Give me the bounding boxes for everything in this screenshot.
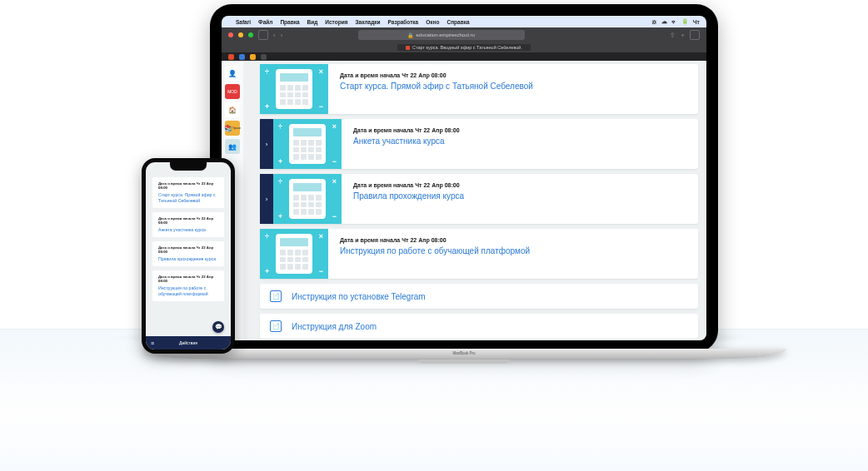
lesson-thumbnail: ÷×+− bbox=[273, 119, 342, 169]
favorites-bar bbox=[222, 52, 706, 61]
lesson-card[interactable]: Дата и время начала Чт 22 Апр 08:00 Стар… bbox=[152, 177, 224, 208]
lesson-title: Инструкция по работе с обучающей платфор… bbox=[340, 246, 686, 255]
phone-notch bbox=[170, 162, 207, 171]
lesson-card[interactable]: ÷×+− Дата и время начала Чт 22 Апр 08:00… bbox=[260, 64, 698, 114]
menu-app[interactable]: Safari bbox=[236, 19, 251, 25]
lesson-title: Старт курса. Прямой эфир с Татьяной Себе… bbox=[340, 82, 686, 91]
phone-content[interactable]: Дата и время начала Чт 22 Апр 08:00 Стар… bbox=[146, 162, 231, 336]
menu-view[interactable]: Вид bbox=[307, 19, 318, 25]
lesson-meta: Дата и время начала Чт 22 Апр 08:00 bbox=[353, 127, 686, 133]
browser-tab[interactable]: Старт курса. Вводный эфир с Татьяной Себ… bbox=[397, 44, 531, 51]
lesson-title: Инструкция по работе с обучающей платфор… bbox=[158, 285, 218, 297]
menu-window[interactable]: Окно bbox=[426, 19, 439, 25]
status-time: Чт bbox=[693, 19, 700, 25]
favicon-icon bbox=[406, 46, 410, 50]
lesson-title: Правила прохождения курса bbox=[158, 256, 218, 262]
laptop-label: MacBook Pro bbox=[452, 351, 475, 355]
address-bar[interactable]: 🔒 education.empireschool.ru bbox=[358, 30, 525, 40]
lesson-title: Старт курса. Прямой эфир с Татьяной Себе… bbox=[158, 192, 218, 204]
menu-help[interactable]: Справка bbox=[446, 19, 469, 25]
new-tab-icon[interactable]: + bbox=[681, 32, 685, 39]
expand-chevron-icon[interactable]: › bbox=[260, 119, 273, 169]
lesson-title: Анкета участника курса bbox=[353, 136, 686, 146]
menu-history[interactable]: История bbox=[325, 19, 347, 25]
lesson-card[interactable]: Дата и время начала Чт 22 Апр 08:00 Прав… bbox=[152, 241, 224, 266]
laptop-mockup: Safari Файл Правка Вид История Закладки … bbox=[210, 4, 718, 352]
resource-link[interactable]: 📄 Инструкция для Zoom bbox=[260, 314, 698, 339]
lesson-meta: Дата и время начала Чт 22 Апр 08:00 bbox=[158, 245, 218, 254]
macos-menubar: Safari Файл Правка Вид История Закладки … bbox=[222, 16, 706, 27]
window-close-icon[interactable] bbox=[228, 32, 233, 37]
menu-edit[interactable]: Правка bbox=[280, 19, 299, 25]
back-icon[interactable]: ‹ bbox=[273, 32, 276, 39]
lesson-meta: Дата и время начала Чт 22 Апр 08:00 bbox=[353, 182, 686, 188]
bottom-bar-label[interactable]: Действия bbox=[179, 340, 197, 345]
sidebar-toggle-icon[interactable] bbox=[258, 30, 268, 40]
resource-title: Инструкция по установке Telegram bbox=[292, 292, 426, 301]
chat-fab-icon[interactable]: 💬 bbox=[212, 321, 224, 333]
status-icon: 🔋 bbox=[681, 18, 689, 25]
menu-file[interactable]: Файл bbox=[258, 19, 272, 25]
tabs-overview-icon[interactable] bbox=[690, 30, 700, 40]
phone-mockup: Дата и время начала Чт 22 Апр 08:00 Стар… bbox=[142, 158, 235, 354]
forward-icon[interactable]: › bbox=[281, 32, 283, 39]
resource-link[interactable]: 📄 Инструкция по установке Telegram bbox=[260, 284, 698, 309]
sidebar-home[interactable]: 🏠 bbox=[225, 102, 240, 117]
tab-title: Старт курса. Вводный эфир с Татьяной Себ… bbox=[412, 45, 522, 50]
window-minimize-icon[interactable] bbox=[238, 32, 243, 37]
expand-chevron-icon[interactable]: › bbox=[260, 174, 273, 224]
resource-title: Инструкция для Zoom bbox=[292, 322, 377, 331]
lesson-thumbnail: ÷×+− bbox=[260, 64, 328, 114]
lesson-meta: Дата и время начала Чт 22 Апр 08:00 bbox=[158, 216, 218, 225]
document-icon: 📄 bbox=[270, 290, 282, 302]
lesson-card[interactable]: › ÷×+− Дата и время начала Чт 22 Апр 08:… bbox=[260, 119, 698, 169]
status-icon: ☁ bbox=[661, 18, 667, 25]
lesson-card[interactable]: › ÷×+− Дата и время начала Чт 22 Апр 08:… bbox=[260, 174, 698, 224]
lesson-card[interactable]: ÷×+− Дата и время начала Чт 22 Апр 08:00… bbox=[260, 229, 698, 279]
lesson-meta: Дата и время начала Чт 22 Апр 08:00 bbox=[340, 72, 686, 78]
lesson-card[interactable]: Дата и время начала Чт 22 Апр 08:00 Анке… bbox=[152, 212, 224, 237]
share-icon[interactable]: ⇪ bbox=[670, 32, 676, 39]
lesson-title: Правила прохождения курса bbox=[353, 191, 686, 201]
lesson-meta: Дата и время начала Чт 22 Апр 08:00 bbox=[158, 275, 218, 283]
lesson-thumbnail: ÷×+− bbox=[273, 174, 342, 224]
status-icon: ᯤ bbox=[671, 19, 677, 25]
phone-bottom-bar: ≡ Действия bbox=[146, 336, 231, 350]
sidebar-avatar[interactable]: 👤 bbox=[225, 66, 240, 81]
sidebar-students[interactable]: 👥 bbox=[225, 139, 240, 154]
favorite-icon[interactable] bbox=[228, 54, 234, 60]
lesson-title: Анкета участника курса bbox=[158, 227, 218, 233]
lesson-meta: Дата и время начала Чт 22 Апр 08:00 bbox=[158, 181, 218, 190]
lesson-thumbnail: ÷×+− bbox=[260, 229, 328, 279]
url-text: education.empireschool.ru bbox=[416, 32, 474, 37]
safari-toolbar: ‹ › 🔒 education.empireschool.ru ⇪ + Стар… bbox=[222, 27, 706, 52]
favorite-icon[interactable] bbox=[250, 54, 256, 60]
window-zoom-icon[interactable] bbox=[248, 32, 253, 37]
lock-icon: 🔒 bbox=[407, 32, 413, 38]
lesson-meta: Дата и время начала Чт 22 Апр 08:00 bbox=[340, 237, 686, 243]
sidebar-module[interactable]: MOD bbox=[225, 84, 240, 99]
menu-bookmarks[interactable]: Закладки bbox=[355, 19, 380, 25]
favorite-icon[interactable] bbox=[261, 54, 267, 60]
document-icon: 📄 bbox=[270, 320, 282, 332]
status-icon: ⛭ bbox=[651, 19, 657, 25]
sidebar-lessons[interactable]: 📚Уроки bbox=[225, 121, 240, 136]
hamburger-icon[interactable]: ≡ bbox=[151, 340, 154, 346]
menu-develop[interactable]: Разработка bbox=[388, 19, 419, 25]
page-content: 👤 MOD 🏠 📚Уроки 👥 ÷×+− Дата и время bbox=[222, 61, 706, 340]
favorite-icon[interactable] bbox=[239, 54, 245, 60]
lesson-card[interactable]: Дата и время начала Чт 22 Апр 08:00 Инст… bbox=[152, 270, 224, 301]
